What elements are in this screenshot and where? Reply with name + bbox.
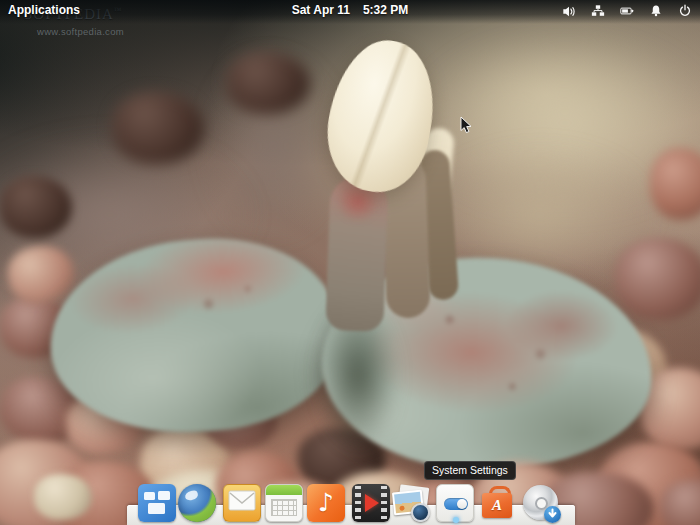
mail-icon [223,484,261,522]
window-shape [158,491,170,500]
dock-item-software-center[interactable]: A [478,484,516,522]
battery-icon[interactable] [620,4,634,18]
dock-tooltip: System Settings [424,461,516,480]
down-arrow-icon [544,506,561,523]
top-panel: Applications Sat Apr 11 5:32 PM [0,0,700,24]
panel-date: Sat Apr 11 [292,3,350,17]
music-note-glyph: ♪ [318,484,334,522]
mouse-cursor [460,116,473,139]
multitasking-tile [138,484,176,522]
network-icon[interactable] [591,4,605,18]
panel-indicators [562,0,692,22]
software-letter-glyph: A [492,497,502,514]
dock-item-photos[interactable] [392,484,430,522]
dock-item-videos[interactable] [352,484,390,522]
toggle-knob [457,499,467,509]
calendar-grid [271,499,297,516]
filmstrip-sprockets [381,486,387,520]
panel-time: 5:32 PM [363,3,408,17]
web-browser-icon [178,484,216,522]
running-indicator-dot [453,517,459,523]
datetime-indicator[interactable]: Sat Apr 11 5:32 PM [292,3,409,17]
desktop-screen: SOFTPEDIA™ www.softpedia.com Application… [0,0,700,525]
toggle-switch-shape [444,498,468,510]
dock-item-music[interactable]: ♪ [307,484,345,522]
dock-item-mail[interactable] [223,484,261,522]
music-icon: ♪ [307,484,345,522]
watermark-url: www.softpedia.com [37,26,124,37]
download-arrow-badge [544,506,561,523]
filmstrip-sprockets [355,486,361,520]
window-shape [148,503,165,514]
videos-icon [352,484,390,522]
envelope-shape [228,490,256,511]
window-shape [144,492,155,500]
volume-icon[interactable] [562,4,576,18]
magnifier-icon [411,503,430,522]
play-icon [365,494,379,512]
dock-item-install[interactable] [522,484,560,522]
dock-item-web-browser[interactable] [178,484,216,522]
notifications-icon[interactable] [649,4,663,18]
dock-item-calendar[interactable] [265,484,303,522]
dock-item-multitasking-view[interactable] [138,484,176,522]
power-icon[interactable] [678,4,692,18]
dock-items: ♪ A [0,0,700,525]
calendar-icon [265,484,303,522]
bag-body-shape: A [482,493,512,518]
applications-menu-button[interactable]: Applications [8,3,80,17]
calendar-header [266,485,302,495]
